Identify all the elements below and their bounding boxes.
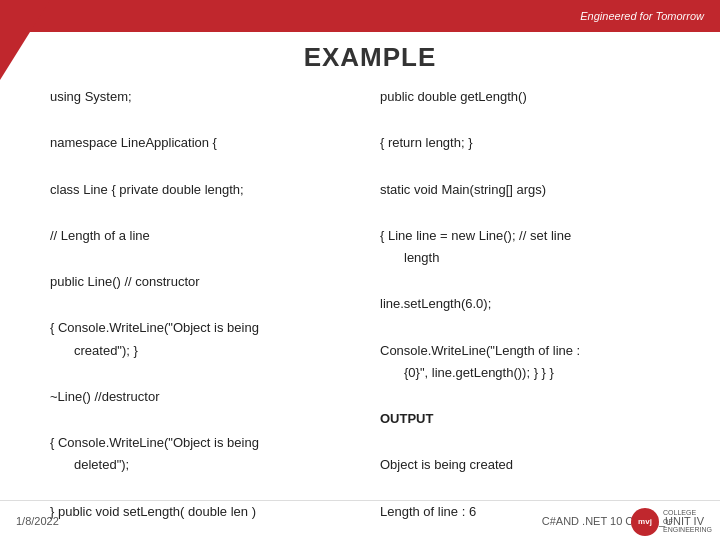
code-line: { Console.WriteLine("Object is being <box>50 433 360 453</box>
code-line <box>380 316 690 336</box>
code-line <box>50 202 360 222</box>
code-line: deleted"); <box>50 455 360 475</box>
mvj-logo-circle: mvj <box>631 508 659 536</box>
code-line: using System; <box>50 87 360 107</box>
code-line-class: class Line { private double length; <box>50 180 360 200</box>
code-line <box>50 248 360 268</box>
code-line <box>50 294 360 314</box>
output-label: OUTPUT <box>380 409 690 429</box>
banner-text: Engineered for Tomorrow <box>580 10 704 22</box>
code-line: { return length; } <box>380 133 690 153</box>
code-line <box>380 431 690 451</box>
code-line <box>50 477 360 497</box>
code-line: {0}", line.getLength()); } } } <box>380 363 690 383</box>
code-line-comment: // Length of a line <box>50 226 360 246</box>
mvj-logo-subtext: COLLEGEOFENGINEERING <box>663 509 712 534</box>
code-line: { Line line = new Line(); // set line <box>380 226 690 246</box>
mvj-logo: mvj COLLEGEOFENGINEERING <box>631 508 712 536</box>
code-line: Console.WriteLine("Length of line : <box>380 341 690 361</box>
code-line <box>50 409 360 429</box>
code-line <box>380 109 690 129</box>
code-line: length <box>380 248 690 268</box>
slide-title: EXAMPLE <box>50 42 690 73</box>
top-banner: Engineered for Tomorrow <box>0 0 720 32</box>
code-line <box>50 155 360 175</box>
code-line: { Console.WriteLine("Object is being <box>50 318 360 338</box>
content-columns: using System; namespace LineApplication … <box>50 87 690 540</box>
left-column: using System; namespace LineApplication … <box>50 87 360 540</box>
right-column: public double getLength() { return lengt… <box>380 87 690 540</box>
footer: 1/8/2022 C#AND .NET 10 CS761_UNIT IV mvj… <box>0 500 720 540</box>
code-line: line.setLength(6.0); <box>380 294 690 314</box>
code-line <box>380 155 690 175</box>
code-line: created"); } <box>50 341 360 361</box>
mvj-logo-text: mvj <box>638 518 652 527</box>
code-line <box>50 363 360 383</box>
code-line-destructor: ~Line() //destructor <box>50 387 360 407</box>
output-line-1: Object is being created <box>380 455 690 475</box>
code-line <box>380 385 690 405</box>
code-line-constructor: public Line() // constructor <box>50 272 360 292</box>
code-line <box>380 477 690 497</box>
code-line <box>380 202 690 222</box>
code-line: public double getLength() <box>380 87 690 107</box>
code-line: namespace LineApplication { <box>50 133 360 153</box>
code-line <box>380 270 690 290</box>
main-content: EXAMPLE using System; namespace LineAppl… <box>0 32 720 500</box>
footer-date: 1/8/2022 <box>16 515 59 527</box>
code-line: static void Main(string[] args) <box>380 180 690 200</box>
code-line <box>50 109 360 129</box>
